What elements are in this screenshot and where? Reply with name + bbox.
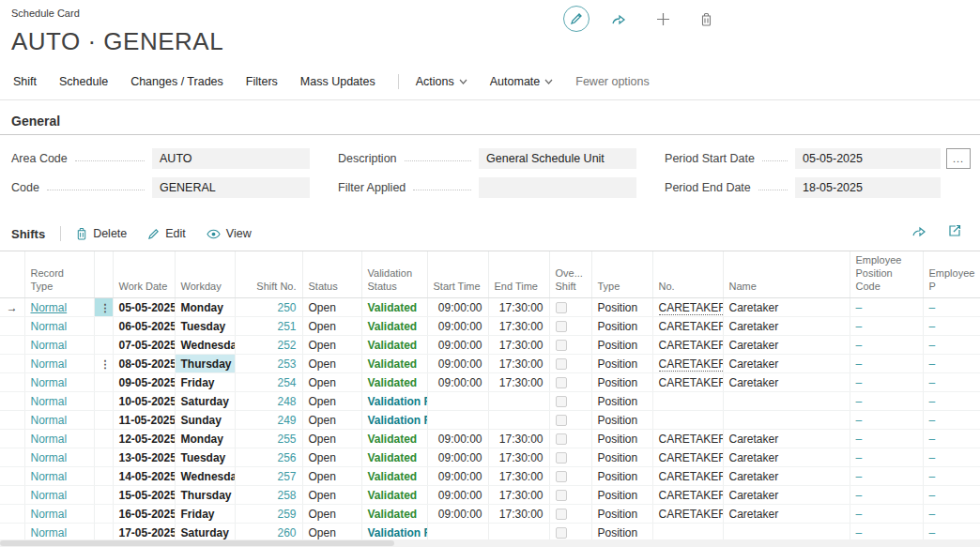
cell-workday[interactable]: Friday [175, 505, 235, 524]
overnight-shift-checkbox[interactable] [556, 490, 567, 501]
cell-work-date[interactable]: 08-05-2025 [113, 355, 175, 373]
col-header-end_time[interactable]: End Time [488, 251, 549, 298]
cell-shift-no[interactable]: 251 [235, 317, 302, 336]
empty-value-dash[interactable]: – [856, 320, 863, 333]
shift-no-link[interactable]: 259 [277, 508, 296, 521]
col-header-work_date[interactable]: Work Date [113, 251, 175, 298]
cell-type[interactable]: Position [591, 392, 652, 411]
empty-value-dash[interactable]: – [856, 395, 863, 408]
empty-value-dash[interactable]: – [929, 301, 936, 314]
cell-end-time[interactable]: 17:30:00 [488, 373, 549, 392]
cell-validation-status[interactable]: Validated [361, 505, 427, 524]
cell-workday[interactable]: Monday [175, 298, 235, 317]
cell-name[interactable]: Caretaker [723, 373, 850, 392]
shift-no-link[interactable]: 250 [277, 301, 296, 314]
cell-work-date[interactable]: 13-05-2025 [113, 448, 175, 467]
overnight-shift-checkbox[interactable] [556, 471, 567, 482]
cell-work-date[interactable]: 15-05-2025 [113, 486, 175, 505]
cell-end-time[interactable]: 17:30:00 [488, 505, 549, 524]
cell-row-menu[interactable] [94, 411, 113, 430]
cell-end-time[interactable]: 17:30:00 [488, 298, 549, 317]
cell-over-shift[interactable] [549, 336, 591, 355]
cell-type[interactable]: Position [591, 355, 652, 373]
cell-no[interactable]: CARETAKER [652, 336, 723, 355]
shift-no-link[interactable]: 252 [277, 339, 296, 352]
record-type-link[interactable]: Normal [31, 526, 68, 539]
cell-record-type[interactable]: Normal [24, 411, 94, 430]
cell-employee-position-code[interactable]: – [850, 411, 923, 430]
record-type-link[interactable]: Normal [31, 489, 68, 502]
cell-workday[interactable]: Tuesday [175, 317, 235, 336]
empty-value-dash[interactable]: – [929, 376, 936, 389]
cell-employee-position-code[interactable]: – [850, 448, 923, 467]
cell-name[interactable] [723, 411, 850, 430]
cell-name[interactable]: Caretaker [723, 505, 850, 524]
cell-name[interactable]: Caretaker [723, 298, 850, 317]
cell-work-date[interactable]: 10-05-2025 [113, 392, 175, 411]
cell-employee-p[interactable]: – [923, 486, 980, 505]
cell-row-menu[interactable] [94, 430, 113, 448]
empty-value-dash[interactable]: – [856, 414, 863, 427]
cell-end-time[interactable]: 17:30:00 [488, 430, 549, 448]
cell-over-shift[interactable] [549, 298, 591, 317]
cell-validation-status[interactable]: Validated [361, 430, 427, 448]
empty-value-dash[interactable]: – [856, 357, 863, 371]
col-header-start_time[interactable]: Start Time [427, 251, 488, 298]
cell-record-type[interactable]: Normal [24, 505, 94, 524]
shift-no-link[interactable]: 255 [277, 433, 296, 446]
overnight-shift-checkbox[interactable] [556, 452, 567, 463]
cell-name[interactable]: Caretaker [723, 486, 850, 505]
cell-employee-position-code[interactable]: – [850, 336, 923, 355]
menu-actions-dropdown[interactable]: Actions [416, 75, 467, 88]
cell-status[interactable]: Open [302, 373, 361, 392]
empty-value-dash[interactable]: – [929, 526, 936, 539]
cell-workday[interactable]: Thursday [175, 486, 235, 505]
menu-schedule[interactable]: Schedule [59, 75, 108, 88]
cell-employee-position-code[interactable]: – [850, 392, 923, 411]
cell-validation-status[interactable]: Validated [361, 467, 427, 486]
cell-row-menu[interactable]: ⋮ [94, 355, 113, 373]
cell-row-menu[interactable] [94, 448, 113, 467]
cell-status[interactable]: Open [302, 467, 361, 486]
cell-validation-status[interactable]: Validated [361, 355, 427, 373]
cell-record-type[interactable]: Normal [24, 448, 94, 467]
period-start-date-input[interactable]: 05-05-2025 [795, 148, 941, 169]
view-button[interactable]: View [207, 227, 252, 240]
cell-validation-status[interactable]: Validated [361, 373, 427, 392]
cell-no[interactable] [652, 392, 723, 411]
cell-employee-position-code[interactable]: – [850, 298, 923, 317]
menu-shift[interactable]: Shift [13, 75, 37, 88]
cell-end-time[interactable]: 17:30:00 [488, 448, 549, 467]
cell-employee-p[interactable]: – [923, 373, 980, 392]
cell-record-type[interactable]: Normal [24, 298, 94, 317]
col-header-over_shift[interactable]: Ove... Shift [549, 251, 591, 298]
delete-button[interactable]: Delete [76, 227, 127, 240]
cell-type[interactable]: Position [591, 336, 652, 355]
cell-no[interactable]: CARETAKER [652, 355, 723, 373]
record-type-link[interactable]: Normal [31, 339, 68, 352]
cell-record-type[interactable]: Normal [24, 336, 94, 355]
cell-end-time[interactable] [488, 392, 549, 411]
overnight-shift-checkbox[interactable] [556, 358, 567, 370]
share-icon[interactable] [912, 224, 927, 237]
cell-shift-no[interactable]: 257 [235, 467, 302, 486]
cell-validation-status[interactable]: Validated [361, 298, 427, 317]
shift-no-link[interactable]: 257 [277, 470, 296, 483]
cell-record-type[interactable]: Normal [24, 392, 94, 411]
record-type-link[interactable]: Normal [31, 395, 68, 408]
cell-row-menu[interactable] [94, 486, 113, 505]
col-header-type[interactable]: Type [591, 251, 652, 298]
empty-value-dash[interactable]: – [929, 357, 936, 371]
cell-name[interactable]: Caretaker [723, 336, 850, 355]
cell-type[interactable]: Position [591, 317, 652, 336]
cell-status[interactable]: Open [302, 298, 361, 317]
cell-record-type[interactable]: Normal [24, 467, 94, 486]
empty-value-dash[interactable]: – [929, 470, 936, 483]
cell-name[interactable]: Caretaker [723, 448, 850, 467]
empty-value-dash[interactable]: – [856, 301, 863, 314]
edit-pencil-icon[interactable] [563, 6, 590, 32]
cell-start-time[interactable] [427, 411, 488, 430]
cell-status[interactable]: Open [302, 486, 361, 505]
cell-employee-p[interactable]: – [923, 298, 980, 317]
cell-validation-status[interactable]: Validation R... [361, 411, 427, 430]
